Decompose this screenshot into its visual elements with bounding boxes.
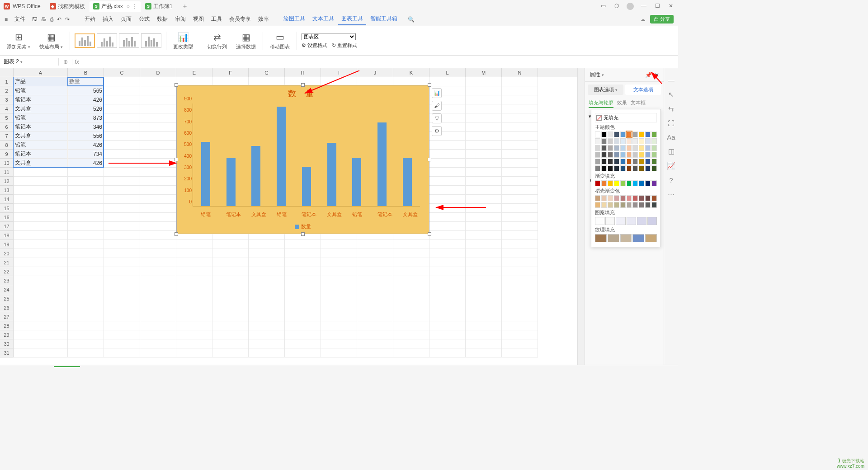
color-swatch[interactable] [627,165,632,171]
redo-icon[interactable]: ↷ [65,16,70,23]
row-header[interactable]: 12 [0,177,14,186]
menu-公式[interactable]: 公式 [136,14,153,25]
chart-elements-icon[interactable]: 📊 [432,88,442,98]
chart-style-2[interactable] [97,33,117,48]
cell[interactable]: 铅笔 [14,113,68,122]
cell[interactable]: 426 [68,95,104,104]
sheet-area[interactable]: ABCDEFGHIJKLMN 1234567891011121314151617… [0,68,577,365]
row-header[interactable]: 30 [0,339,14,348]
color-swatch[interactable] [620,145,626,151]
color-swatch[interactable] [614,138,619,144]
select-all-corner[interactable] [0,68,14,77]
menu-插入[interactable]: 插入 [99,14,117,25]
expand-icon[interactable]: ⛶ [668,119,675,127]
color-swatch[interactable] [632,138,638,144]
color-swatch[interactable] [645,159,651,164]
col-header[interactable]: A [14,68,68,77]
color-swatch[interactable] [632,195,638,201]
color-swatch[interactable] [627,132,632,137]
color-swatch[interactable] [608,195,613,201]
chart-bar[interactable] [302,167,311,206]
menu-开始[interactable]: 开始 [81,14,99,25]
color-swatch[interactable] [601,132,607,137]
pattern-swatch[interactable] [637,217,646,225]
chart-icon[interactable]: 📈 [667,162,675,170]
texture-swatch[interactable] [595,234,607,242]
col-header[interactable]: C [104,68,140,77]
color-swatch[interactable] [601,202,607,208]
menu-文本工具[interactable]: 文本工具 [309,13,337,25]
color-swatch[interactable] [614,152,619,158]
tab-chart-options[interactable]: 图表选项 [588,85,623,95]
print-quick-icon[interactable]: 🖶 [41,16,47,23]
color-swatch[interactable] [614,145,619,151]
no-fill-option[interactable]: 无填充 [595,113,657,122]
cell[interactable]: 526 [68,104,104,113]
row-header[interactable]: 9 [0,150,14,159]
color-swatch[interactable] [595,152,600,158]
sidebar-collapse-icon[interactable]: — [668,76,675,84]
doc-tab[interactable]: ◆找稻壳模板 [46,1,89,12]
row-header[interactable]: 25 [0,294,14,303]
fx-icon[interactable]: fx [72,59,81,65]
color-swatch[interactable] [651,132,657,137]
move-chart-button[interactable]: ▭移动图表 [268,32,292,50]
chart-area-select[interactable]: 图表区 [302,33,356,40]
color-swatch[interactable] [595,165,600,171]
color-swatch[interactable] [639,195,644,201]
row-header[interactable]: 11 [0,168,14,177]
row-header[interactable]: 7 [0,132,14,141]
tab-text-options[interactable]: 文本选项 [625,85,661,95]
color-swatch[interactable] [639,132,644,137]
color-swatch[interactable] [620,159,626,164]
cloud-icon[interactable]: ☁ [640,16,646,23]
magnify-icon[interactable]: ⊕ [59,59,72,65]
color-swatch[interactable] [608,132,613,137]
row-header[interactable]: 24 [0,285,14,294]
color-swatch[interactable] [620,165,626,171]
color-swatch[interactable] [601,165,607,171]
maximize-button[interactable]: ☐ [654,3,661,10]
row-header[interactable]: 23 [0,276,14,285]
chart-handle-br[interactable] [428,232,431,236]
vertical-scrollbar[interactable] [577,68,585,365]
reset-style-button[interactable]: ↻ 重置样式 [332,42,357,49]
chart-handle-tr[interactable] [428,83,431,87]
color-swatch[interactable] [627,138,632,144]
color-swatch[interactable] [632,132,638,137]
color-swatch[interactable] [595,202,600,208]
row-header[interactable]: 4 [0,104,14,113]
subtab-textbox[interactable]: 文本框 [631,99,646,108]
chart-handle-tm[interactable] [301,83,305,87]
chart-bar[interactable] [277,107,286,206]
sheet-tab-sheet1[interactable]: Sheet1 [54,366,80,369]
pattern-swatch[interactable] [616,217,625,225]
color-swatch[interactable] [601,195,607,201]
set-format-button[interactable]: ⚙ 设置格式 [302,42,327,49]
chart-bar[interactable] [251,146,260,206]
color-swatch[interactable] [608,152,613,158]
devices-icon[interactable]: ▭ [599,3,607,10]
color-swatch[interactable] [639,165,644,171]
color-swatch[interactable] [645,152,651,158]
chart-style-4[interactable] [141,33,161,48]
chart-legend[interactable]: 数量 [177,223,429,230]
col-header[interactable]: F [212,68,249,77]
color-swatch[interactable] [645,132,651,137]
color-swatch[interactable] [608,138,613,144]
color-swatch[interactable] [651,152,657,158]
col-header[interactable]: K [393,68,429,77]
color-swatch[interactable] [645,138,651,144]
cell[interactable]: 文具盒 [14,132,68,141]
color-swatch[interactable] [614,159,619,164]
color-swatch[interactable] [601,145,607,151]
texture-swatch[interactable] [620,234,632,242]
texture-swatch[interactable] [608,234,619,242]
color-swatch[interactable] [620,138,626,144]
menu-会员专享[interactable]: 会员专享 [226,14,254,25]
cell[interactable]: 笔记本 [14,95,68,104]
color-swatch[interactable] [608,159,613,164]
row-header[interactable]: 22 [0,267,14,276]
color-swatch[interactable] [595,195,600,201]
chart-bar[interactable] [226,158,236,206]
